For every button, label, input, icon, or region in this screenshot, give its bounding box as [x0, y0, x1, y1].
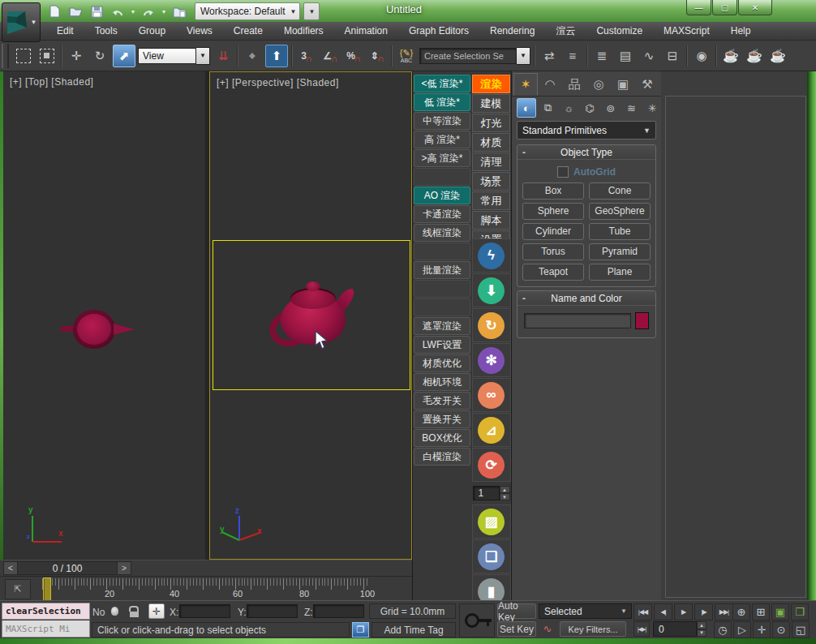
undo-button[interactable]	[109, 3, 127, 19]
select-and-rotate-icon[interactable]: ↻	[89, 45, 110, 67]
zoom-all-icon[interactable]: ⊞	[752, 603, 770, 620]
preset-low-render-b-button[interactable]: 低 渲染*	[414, 93, 470, 111]
frame-display[interactable]: 0 / 100	[18, 561, 117, 575]
preset-mask-render-button[interactable]: 遮罩渲染	[414, 317, 470, 335]
zoom-extents-icon[interactable]: ▣	[771, 603, 789, 620]
tab-cleanup[interactable]: 清理	[472, 152, 510, 171]
set-key-button[interactable]: Set Key	[497, 621, 536, 637]
key-filters-button[interactable]: Key Filters...	[560, 621, 626, 637]
tab-scene[interactable]: 场景	[472, 172, 510, 191]
geometry-icon[interactable]: ◐	[517, 98, 536, 118]
space-warps-icon[interactable]: ≋	[623, 99, 641, 117]
spinner-down-icon[interactable]: ▼	[500, 493, 510, 500]
absolute-offset-toggle-icon[interactable]: ✛	[148, 603, 165, 619]
object-name-input[interactable]	[524, 313, 631, 328]
cylinder-button[interactable]: Cylinder	[522, 223, 584, 240]
image-icon[interactable]: ▨	[472, 504, 511, 539]
set-keys-button[interactable]	[459, 603, 495, 638]
rectangular-selection-region-icon[interactable]	[13, 45, 34, 67]
macro-recorder-line[interactable]: clearSelection	[2, 603, 90, 620]
menu-help[interactable]: Help	[721, 22, 761, 40]
preset-lwf-settings-button[interactable]: LWF设置	[414, 336, 470, 354]
zoom-icon[interactable]: ⊕	[732, 603, 750, 620]
orbit-icon[interactable]: ⊙	[772, 621, 790, 638]
torus-button[interactable]: Torus	[522, 243, 584, 260]
preset-empty-button[interactable]	[414, 298, 470, 316]
tab-motion[interactable]: ◎	[586, 73, 611, 96]
spinner-snap-icon[interactable]: ⇕∩	[367, 45, 388, 67]
default-in-out-tangents-icon[interactable]: ∿	[539, 621, 556, 637]
refresh-icon[interactable]: ↻	[472, 308, 511, 342]
y-coordinate-input[interactable]	[247, 604, 298, 618]
time-slider-track[interactable]: < 0 / 100 >	[0, 560, 412, 577]
preset-low-render-a-button[interactable]: <低 渲染*	[414, 75, 470, 92]
menu-xuanyun[interactable]: 渲云	[546, 22, 585, 40]
open-mini-curve-editor-button[interactable]: ⇱	[5, 579, 31, 599]
preset-empty-button[interactable]	[414, 243, 470, 260]
cone-button[interactable]: Cone	[589, 182, 651, 200]
trackbar-slider-handle[interactable]	[43, 577, 51, 601]
preset-wireframe-render-button[interactable]: 线框渲染	[414, 224, 470, 242]
primitive-category-dropdown[interactable]: Standard Primitives ▼	[517, 121, 656, 140]
previous-frame-button[interactable]: ◀|	[654, 603, 672, 620]
viewport-top[interactable]: [+] [Top] [Shaded] y x z	[3, 71, 206, 560]
tab-create[interactable]: ✶	[513, 73, 538, 96]
chart-icon[interactable]: ⊿	[472, 413, 511, 447]
window-crossing-icon[interactable]	[37, 45, 58, 67]
download-icon[interactable]: ⬇	[472, 273, 511, 307]
lightning-icon[interactable]: ϟ	[472, 238, 511, 273]
tab-lights[interactable]: 灯光	[472, 114, 510, 132]
name-color-rollout-header[interactable]: - Name and Color	[518, 291, 655, 306]
current-frame-field[interactable]: 0 ▲▼	[653, 621, 706, 637]
preset-cartoon-render-button[interactable]: 卡通渲染	[414, 205, 470, 223]
menu-rendering[interactable]: Rendering	[480, 22, 544, 40]
preset-camera-environment-button[interactable]: 相机环境	[414, 373, 470, 391]
pyramid-button[interactable]: Pyramid	[589, 243, 651, 260]
preset-clay-render-button[interactable]: 白模渲染	[414, 448, 470, 466]
menu-customize[interactable]: Customize	[586, 22, 652, 40]
curve-editor-icon[interactable]: ∿	[638, 45, 659, 67]
photos-icon[interactable]: ❏	[472, 539, 511, 573]
helpers-icon[interactable]: ⊚	[602, 99, 620, 117]
menu-views[interactable]: Views	[177, 22, 222, 40]
preset-empty-button[interactable]	[414, 280, 470, 298]
percent-snap-icon[interactable]: %∩	[343, 45, 364, 67]
next-frame-button[interactable]: >	[117, 561, 131, 575]
collapse-icon[interactable]: -	[522, 293, 526, 304]
preset-hair-toggle-button[interactable]: 毛发开关	[414, 392, 470, 410]
align-icon[interactable]: ≡	[562, 45, 583, 67]
link-icon[interactable]: ∞	[472, 378, 511, 412]
menu-modifiers[interactable]: Modifiers	[274, 22, 333, 40]
menu-tools[interactable]: Tools	[85, 22, 127, 40]
open-file-button[interactable]	[67, 3, 84, 19]
x-coordinate-input[interactable]	[179, 604, 230, 618]
toolbar-drag-handle[interactable]	[2, 44, 9, 68]
menu-graph-editors[interactable]: Graph Editors	[399, 22, 479, 40]
tab-utilities[interactable]: ⚒	[635, 73, 659, 96]
tab-common[interactable]: 常用	[472, 191, 510, 210]
preset-empty-button[interactable]	[414, 168, 470, 186]
spinner-down-icon[interactable]: ▼	[697, 629, 706, 638]
render-count-spinner[interactable]: 1 ▲▼	[473, 486, 510, 500]
viewport-perspective[interactable]: [+] [Perspective] [Shaded] z x y	[209, 71, 412, 560]
select-and-move-icon[interactable]: ✛	[66, 45, 87, 67]
systems-icon[interactable]: ✳	[643, 99, 661, 117]
select-and-manipulate-icon[interactable]: ⌖	[242, 45, 263, 67]
cameras-icon[interactable]: ⌬	[581, 99, 599, 117]
maxscript-mini-listener[interactable]: MAXScript Mi	[2, 620, 90, 638]
preset-displace-toggle-button[interactable]: 置换开关	[414, 410, 470, 428]
angle-snap-icon[interactable]: ∠∩	[320, 45, 341, 67]
menu-create[interactable]: Create	[224, 22, 273, 40]
menu-animation[interactable]: Animation	[335, 22, 397, 40]
keyboard-override-icon[interactable]: ⬆	[265, 45, 288, 67]
geosphere-button[interactable]: GeoSphere	[589, 203, 651, 220]
application-menu-button[interactable]: ▼	[2, 2, 41, 42]
lights-icon[interactable]: ☼	[560, 99, 578, 117]
isolate-selection-icon[interactable]: ❐	[352, 622, 369, 638]
selection-lock-bulb-icon[interactable]	[108, 604, 121, 617]
redo-dropdown-arrow[interactable]: ▼	[161, 9, 167, 15]
plane-button[interactable]: Plane	[589, 264, 651, 281]
chevron-down-icon[interactable]: ▼	[517, 47, 530, 65]
mirror-icon[interactable]: ⇄	[539, 45, 560, 67]
render-setup-icon[interactable]: ☕	[720, 45, 741, 67]
